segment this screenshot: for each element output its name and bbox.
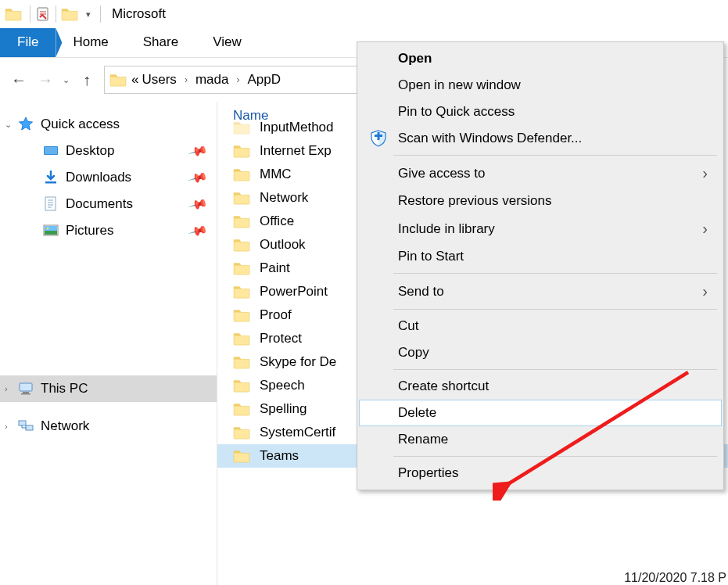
file-name: PowerPoint bbox=[260, 284, 328, 300]
sidebar-item-documents[interactable]: Documents 📌 bbox=[0, 191, 217, 217]
file-name: Speech bbox=[260, 378, 305, 393]
ctx-copy[interactable]: Copy bbox=[359, 339, 722, 366]
nav-back-icon[interactable]: ← bbox=[9, 71, 28, 89]
tab-home[interactable]: Home bbox=[56, 28, 125, 57]
sidebar-label: Network bbox=[41, 418, 89, 434]
svg-point-8 bbox=[47, 228, 49, 230]
file-name: SystemCertif bbox=[260, 425, 335, 440]
ctx-rename[interactable]: Rename bbox=[359, 426, 722, 453]
date-modified-fragment: 11/20/2020 7.18 P bbox=[624, 571, 726, 585]
breadcrumb-overflow[interactable]: « bbox=[131, 72, 138, 88]
folder-icon bbox=[233, 191, 250, 205]
chevron-right-icon: › bbox=[702, 220, 708, 238]
folder-icon bbox=[233, 238, 250, 252]
ctx-send-to[interactable]: Send to› bbox=[359, 277, 722, 306]
folder-icon bbox=[233, 167, 250, 181]
breadcrumb-folder-icon bbox=[109, 73, 127, 87]
svg-rect-9 bbox=[20, 383, 32, 391]
folder-icon bbox=[233, 214, 250, 228]
qat-properties-icon[interactable] bbox=[35, 6, 51, 22]
separator bbox=[393, 369, 717, 370]
file-name: Spelling bbox=[260, 401, 307, 417]
pictures-icon bbox=[42, 224, 59, 237]
ctx-cut[interactable]: Cut bbox=[359, 313, 722, 339]
separator bbox=[30, 5, 30, 23]
breadcrumb-seg-appdata[interactable]: AppD bbox=[247, 72, 281, 88]
file-name: InputMethod bbox=[260, 120, 334, 135]
file-name: Office bbox=[260, 214, 294, 229]
sidebar-item-pictures[interactable]: Pictures 📌 bbox=[0, 217, 217, 244]
chevron-right-icon: › bbox=[702, 282, 708, 300]
sidebar-label: Desktop bbox=[66, 143, 114, 159]
svg-rect-3 bbox=[45, 181, 56, 184]
ctx-create-shortcut[interactable]: Create shortcut bbox=[359, 373, 722, 400]
sidebar-label: Downloads bbox=[66, 170, 131, 185]
separator bbox=[393, 155, 717, 156]
caret-down-icon[interactable]: ⌄ bbox=[5, 120, 12, 130]
breadcrumb-seg-mada[interactable]: mada bbox=[195, 72, 229, 88]
folder-icon bbox=[233, 332, 250, 346]
ctx-pin-quick-access[interactable]: Pin to Quick access bbox=[359, 99, 722, 125]
context-menu: Open Open in new window Pin to Quick acc… bbox=[357, 41, 724, 490]
caret-right-icon[interactable]: › bbox=[5, 384, 8, 393]
desktop-icon bbox=[42, 145, 59, 157]
ctx-scan-defender[interactable]: Scan with Windows Defender... bbox=[359, 125, 722, 152]
svg-rect-15 bbox=[378, 132, 380, 140]
sidebar-label: Quick access bbox=[41, 117, 120, 132]
folder-icon bbox=[233, 120, 250, 135]
folder-icon bbox=[233, 144, 250, 158]
sidebar-item-desktop[interactable]: Desktop 📌 bbox=[0, 138, 217, 164]
folder-icon bbox=[233, 261, 250, 275]
separator bbox=[56, 5, 56, 23]
ctx-pin-start[interactable]: Pin to Start bbox=[359, 243, 722, 270]
pin-icon: 📌 bbox=[188, 221, 209, 241]
nav-up-icon[interactable]: ↑ bbox=[77, 71, 96, 89]
svg-rect-13 bbox=[26, 425, 33, 430]
tab-file[interactable]: File bbox=[0, 28, 56, 57]
nav-history-dropdown-icon[interactable]: ⌄ bbox=[63, 75, 70, 85]
file-name: Skype for De bbox=[260, 354, 336, 370]
file-name: Outlook bbox=[260, 237, 306, 253]
ctx-delete[interactable]: Delete bbox=[359, 400, 722, 426]
folder-icon bbox=[233, 425, 250, 440]
caret-right-icon[interactable]: › bbox=[5, 422, 8, 431]
shield-icon bbox=[368, 128, 389, 149]
svg-rect-4 bbox=[45, 197, 56, 210]
chevron-right-icon[interactable]: › bbox=[185, 74, 188, 85]
window-title: Microsoft bbox=[112, 6, 166, 22]
tab-view[interactable]: View bbox=[195, 28, 259, 57]
chevron-right-icon[interactable]: › bbox=[236, 74, 239, 85]
file-name: Proof bbox=[260, 307, 292, 323]
chevron-right-icon: › bbox=[702, 164, 708, 182]
nav-forward-icon[interactable]: → bbox=[36, 71, 55, 89]
app-folder-icon bbox=[5, 7, 22, 21]
ctx-include-library[interactable]: Include in library› bbox=[359, 214, 722, 243]
svg-rect-7 bbox=[45, 231, 57, 235]
svg-rect-10 bbox=[23, 392, 29, 393]
downloads-icon bbox=[42, 170, 59, 185]
pin-icon: 📌 bbox=[188, 141, 209, 161]
qat-dropdown-icon[interactable]: ▾ bbox=[86, 9, 91, 20]
pin-icon: 📌 bbox=[188, 167, 209, 188]
ctx-give-access-to[interactable]: Give access to› bbox=[359, 159, 722, 188]
ctx-open[interactable]: Open bbox=[359, 45, 722, 72]
tab-share[interactable]: Share bbox=[126, 28, 195, 57]
sidebar-item-downloads[interactable]: Downloads 📌 bbox=[0, 164, 217, 191]
network-icon bbox=[17, 419, 34, 433]
ctx-open-new-window[interactable]: Open in new window bbox=[359, 72, 722, 99]
folder-icon bbox=[233, 379, 250, 393]
folder-icon bbox=[233, 449, 250, 463]
sidebar-item-this-pc[interactable]: › This PC bbox=[0, 375, 217, 402]
ctx-properties[interactable]: Properties bbox=[359, 460, 722, 486]
folder-icon bbox=[233, 308, 250, 322]
titlebar: ▾ Microsoft bbox=[0, 0, 728, 28]
sidebar-item-network[interactable]: › Network bbox=[0, 413, 217, 440]
qat-open-icon[interactable] bbox=[61, 7, 78, 21]
this-pc-icon bbox=[17, 382, 34, 396]
pin-icon: 📌 bbox=[188, 194, 209, 214]
ctx-restore-versions[interactable]: Restore previous versions bbox=[359, 188, 722, 214]
file-name: Internet Exp bbox=[260, 143, 332, 159]
svg-rect-6 bbox=[45, 226, 57, 231]
sidebar-item-quick-access[interactable]: ⌄ Quick access bbox=[0, 111, 217, 138]
breadcrumb-seg-users[interactable]: Users bbox=[142, 72, 176, 88]
